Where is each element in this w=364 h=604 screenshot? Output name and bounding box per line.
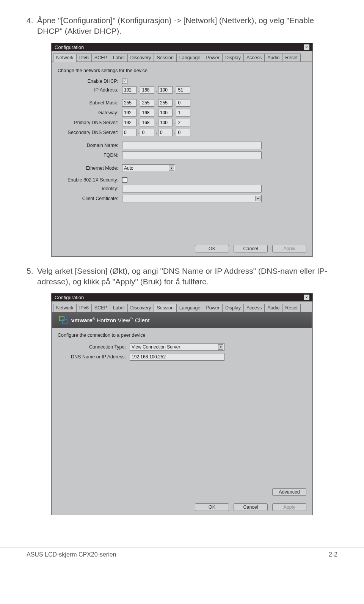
step-5-text: 5.Velg arket [Session] (Økt), og angi "D… bbox=[27, 266, 337, 287]
domain-name-input[interactable] bbox=[122, 142, 262, 149]
ip-octet-2[interactable] bbox=[140, 86, 154, 94]
tab-language[interactable]: Language bbox=[176, 304, 204, 312]
tab-scep[interactable]: SCEP bbox=[91, 304, 110, 312]
domain-name-label: Domain Name: bbox=[58, 143, 122, 148]
identity-input[interactable] bbox=[122, 185, 262, 192]
subnet-mask-label: Subnet Mask: bbox=[58, 100, 122, 106]
subnet-octet-4[interactable] bbox=[176, 99, 190, 107]
apply-button[interactable]: Apply bbox=[272, 503, 306, 511]
enable-8021x-checkbox[interactable] bbox=[122, 177, 127, 183]
secondary-dns-label: Secondary DNS Server: bbox=[58, 130, 122, 135]
tab-audio[interactable]: Audio bbox=[264, 304, 282, 312]
sdns-octet-2[interactable] bbox=[140, 129, 154, 136]
tabs-row: Network IPv6 SCEP Label Discovery Sessio… bbox=[52, 51, 312, 62]
tab-audio[interactable]: Audio bbox=[264, 54, 282, 62]
ok-button[interactable]: OK bbox=[195, 503, 229, 511]
footer-right: 2-2 bbox=[329, 551, 337, 558]
tab-access[interactable]: Access bbox=[243, 54, 265, 62]
tab-power[interactable]: Power bbox=[203, 304, 222, 312]
dialog-titlebar: Configuration × bbox=[52, 43, 312, 51]
connection-type-label: Connection Type: bbox=[58, 344, 130, 350]
close-icon[interactable]: × bbox=[304, 44, 309, 50]
tab-display[interactable]: Display bbox=[222, 304, 244, 312]
connection-type-select[interactable]: View Connection Server ▾ bbox=[130, 343, 224, 351]
sdns-octet-4[interactable] bbox=[176, 129, 190, 136]
tab-reset[interactable]: Reset bbox=[282, 54, 301, 62]
pdns-octet-2[interactable] bbox=[140, 119, 154, 126]
ip-address-label: IP Address: bbox=[58, 87, 122, 93]
tab-scep[interactable]: SCEP bbox=[91, 54, 110, 62]
enable-dhcp-checkbox[interactable]: ☑ bbox=[122, 79, 127, 84]
tab-session[interactable]: Session bbox=[154, 304, 176, 312]
ok-button[interactable]: OK bbox=[195, 245, 229, 252]
tabs-row: Network IPv6 SCEP Label Discovery Sessio… bbox=[52, 301, 312, 312]
subnet-octet-2[interactable] bbox=[140, 99, 154, 107]
tab-discovery[interactable]: Discovery bbox=[127, 54, 154, 62]
chevron-down-icon: ▾ bbox=[255, 196, 260, 201]
gateway-octet-2[interactable] bbox=[140, 109, 154, 117]
fqdn-label: FQDN: bbox=[58, 153, 122, 158]
sdns-octet-1[interactable] bbox=[122, 129, 136, 136]
tab-label[interactable]: Label bbox=[110, 54, 128, 62]
enable-8021x-label: Enable 802.1X Security: bbox=[58, 177, 122, 183]
gateway-label: Gateway: bbox=[58, 110, 122, 115]
tab-session[interactable]: Session bbox=[154, 54, 176, 62]
ip-octet-4[interactable] bbox=[176, 86, 190, 94]
ethernet-mode-select[interactable]: Auto ▾ bbox=[122, 164, 175, 172]
subnet-octet-3[interactable] bbox=[158, 99, 173, 107]
tab-access[interactable]: Access bbox=[243, 304, 265, 312]
close-icon[interactable]: × bbox=[304, 295, 309, 300]
apply-button[interactable]: Apply bbox=[272, 245, 306, 252]
client-cert-select[interactable]: ▾ bbox=[122, 195, 262, 202]
primary-dns-label: Primary DNS Server: bbox=[58, 120, 122, 125]
section-description: Change the network settings for the devi… bbox=[58, 68, 306, 73]
dns-or-ip-input[interactable] bbox=[130, 353, 224, 361]
section-description: Configure the connection to a peer devic… bbox=[58, 333, 306, 338]
footer-left: ASUS LCD-skjerm CPX20-serien bbox=[27, 551, 116, 558]
ethernet-mode-label: Ethernet Mode: bbox=[58, 166, 122, 171]
gateway-octet-4[interactable] bbox=[176, 109, 190, 117]
identity-label: Identity: bbox=[58, 186, 122, 191]
configuration-dialog-session: Configuration × Network IPv6 SCEP Label … bbox=[51, 293, 313, 515]
pdns-octet-4[interactable] bbox=[176, 119, 190, 126]
pdns-octet-1[interactable] bbox=[122, 119, 136, 126]
cancel-button[interactable]: Cancel bbox=[234, 503, 268, 511]
tab-reset[interactable]: Reset bbox=[282, 304, 301, 312]
tab-label[interactable]: Label bbox=[110, 304, 128, 312]
client-cert-label: Client Certificate: bbox=[58, 196, 122, 201]
ip-octet-3[interactable] bbox=[158, 86, 173, 94]
tab-power[interactable]: Power bbox=[203, 54, 222, 62]
subnet-octet-1[interactable] bbox=[122, 99, 136, 107]
fqdn-input[interactable] bbox=[122, 151, 262, 159]
enable-dhcp-label: Enable DHCP: bbox=[58, 79, 122, 84]
dialog-title: Configuration bbox=[55, 295, 84, 300]
pdns-octet-3[interactable] bbox=[158, 119, 173, 126]
tab-discovery[interactable]: Discovery bbox=[127, 304, 154, 312]
ip-octet-1[interactable] bbox=[122, 86, 136, 94]
gateway-octet-1[interactable] bbox=[122, 109, 136, 117]
dialog-title: Configuration bbox=[55, 44, 84, 50]
chevron-down-icon: ▾ bbox=[169, 166, 174, 171]
tab-ipv6[interactable]: IPv6 bbox=[76, 54, 92, 62]
tab-network[interactable]: Network bbox=[53, 304, 77, 312]
tab-display[interactable]: Display bbox=[222, 54, 244, 62]
tab-network[interactable]: Network bbox=[53, 54, 77, 62]
page-footer: ASUS LCD-skjerm CPX20-serien 2-2 bbox=[0, 547, 364, 569]
configuration-dialog-network: Configuration × Network IPv6 SCEP Label … bbox=[51, 43, 313, 257]
gateway-octet-3[interactable] bbox=[158, 109, 173, 117]
tab-ipv6[interactable]: IPv6 bbox=[76, 304, 92, 312]
vmware-logo-icon bbox=[59, 316, 67, 324]
vmware-banner: vmware® Horizon View™ Client bbox=[52, 312, 312, 328]
step-4-text: 4.Åpne "[Configuration]" (Konfigurasjon)… bbox=[27, 15, 337, 37]
advanced-button[interactable]: Advanced bbox=[272, 488, 306, 496]
dns-or-ip-label: DNS Name or IP Address: bbox=[58, 354, 130, 360]
cancel-button[interactable]: Cancel bbox=[234, 245, 268, 252]
chevron-down-icon: ▾ bbox=[218, 344, 223, 350]
dialog-titlebar: Configuration × bbox=[52, 293, 312, 301]
sdns-octet-3[interactable] bbox=[158, 129, 173, 136]
tab-language[interactable]: Language bbox=[176, 54, 204, 62]
